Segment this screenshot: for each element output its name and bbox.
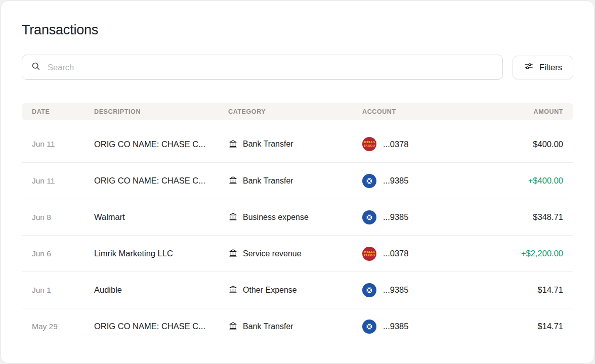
column-header-amount: AMOUNT <box>504 108 573 115</box>
description-cell: Walmart <box>94 212 228 222</box>
filters-label: Filters <box>539 63 562 72</box>
account-cell: WELLS FARGO ...0378 <box>362 137 504 151</box>
date-cell: May 29 <box>22 322 94 331</box>
transactions-panel: Transactions Filters DATE DESCRIPTION CA… <box>1 1 594 363</box>
bank-building-icon <box>228 248 238 259</box>
category-cell: Business expense <box>228 211 362 223</box>
table-row[interactable]: Jun 1 Audible Other Expense WELLS FARGO <box>22 271 573 308</box>
amount-cell: $14.71 <box>504 322 573 331</box>
column-header-account: ACCOUNT <box>362 108 504 115</box>
chase-logo <box>362 210 376 224</box>
table-body: Jun 11 ORIG CO NAME: CHASE C... Bank Tra… <box>22 126 573 344</box>
filters-button[interactable]: Filters <box>513 56 573 79</box>
table-row[interactable]: Jun 8 Walmart Business expense WELLS FAR… <box>22 199 573 235</box>
category-label: Business expense <box>243 213 309 222</box>
account-number: ...9385 <box>383 285 408 295</box>
account-cell: WELLS FARGO ...9385 <box>362 174 504 188</box>
category-label: Bank Transfer <box>243 322 293 331</box>
description-cell: Limrik Marketing LLC <box>94 249 228 258</box>
account-number: ...9385 <box>383 212 408 222</box>
amount-cell: +$400.00 <box>504 176 573 186</box>
bank-building-icon <box>228 175 238 187</box>
amount-cell: $348.71 <box>504 212 573 222</box>
account-number: ...9385 <box>383 322 408 331</box>
wells-fargo-logo: WELLS FARGO <box>362 137 376 151</box>
table-row[interactable]: Jun 11 ORIG CO NAME: CHASE C... Bank Tra… <box>22 126 573 162</box>
category-cell: Bank Transfer <box>228 321 362 332</box>
wells-fargo-logo-line1: WELLS <box>364 250 375 254</box>
account-cell: WELLS FARGO ...9385 <box>362 320 504 334</box>
wells-fargo-logo-line1: WELLS <box>364 141 375 144</box>
date-cell: Jun 6 <box>22 249 94 258</box>
chase-logo <box>362 283 376 297</box>
toolbar: Filters <box>22 55 573 80</box>
table-row[interactable]: May 29 ORIG CO NAME: CHASE C... Bank Tra… <box>22 308 573 344</box>
chase-logo <box>362 174 376 188</box>
description-cell: Audible <box>94 285 228 295</box>
category-cell: Bank Transfer <box>228 139 362 150</box>
category-label: Bank Transfer <box>243 140 293 149</box>
date-cell: Jun 1 <box>22 286 94 295</box>
amount-cell: $14.71 <box>504 285 573 295</box>
filters-icon <box>524 61 534 73</box>
category-cell: Other Expense <box>228 284 362 296</box>
table-header: DATE DESCRIPTION CATEGORY ACCOUNT AMOUNT <box>22 103 573 120</box>
wells-fargo-logo-line2: FARGO <box>364 254 375 257</box>
bank-building-icon <box>228 284 238 296</box>
account-cell: WELLS FARGO ...9385 <box>362 283 504 297</box>
column-header-date: DATE <box>22 108 94 115</box>
account-cell: WELLS FARGO ...9385 <box>362 210 504 224</box>
search-box[interactable] <box>22 55 503 80</box>
page-title: Transactions <box>22 22 573 38</box>
wells-fargo-logo-line2: FARGO <box>364 144 375 148</box>
date-cell: Jun 11 <box>22 140 94 149</box>
search-input[interactable] <box>48 63 494 72</box>
date-cell: Jun 8 <box>22 213 94 222</box>
category-label: Bank Transfer <box>243 176 293 186</box>
description-cell: ORIG CO NAME: CHASE C... <box>94 322 228 331</box>
table-row[interactable]: Jun 6 Limrik Marketing LLC Service reven… <box>22 235 573 271</box>
table-row[interactable]: Jun 11 ORIG CO NAME: CHASE C... Bank Tra… <box>22 162 573 199</box>
description-cell: ORIG CO NAME: CHASE C... <box>94 176 228 186</box>
category-label: Service revenue <box>243 249 302 258</box>
bank-building-icon <box>228 321 238 332</box>
account-number: ...9385 <box>383 176 408 186</box>
account-cell: WELLS FARGO ...0378 <box>362 247 504 261</box>
category-cell: Bank Transfer <box>228 175 362 187</box>
wells-fargo-logo: WELLS FARGO <box>362 247 376 261</box>
account-number: ...0378 <box>383 249 408 258</box>
account-number: ...0378 <box>383 140 408 149</box>
chase-logo <box>362 320 376 334</box>
column-header-category: CATEGORY <box>228 108 362 115</box>
column-header-description: DESCRIPTION <box>94 108 228 115</box>
search-icon <box>31 61 41 73</box>
bank-building-icon <box>228 139 238 150</box>
description-cell: ORIG CO NAME: CHASE C... <box>94 140 228 149</box>
bank-building-icon <box>228 211 238 223</box>
date-cell: Jun 11 <box>22 176 94 186</box>
category-cell: Service revenue <box>228 248 362 259</box>
amount-cell: $400.00 <box>504 140 573 149</box>
category-label: Other Expense <box>243 286 297 295</box>
amount-cell: +$2,200.00 <box>504 249 573 258</box>
